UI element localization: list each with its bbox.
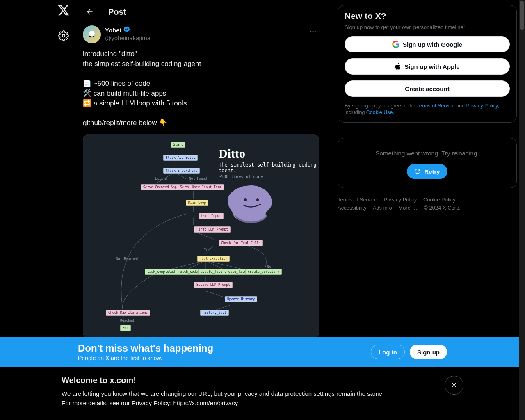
flow-node: task_completed bbox=[145, 269, 177, 275]
cookie-link[interactable]: Cookie Use. bbox=[366, 110, 394, 115]
flow-node: Start bbox=[171, 142, 185, 148]
flow-node: User Input bbox=[199, 213, 224, 219]
svg-point-1 bbox=[310, 31, 311, 32]
error-text: Something went wrong. Try reloading. bbox=[376, 150, 479, 157]
svg-point-0 bbox=[62, 34, 65, 37]
flow-node: Check index.html bbox=[163, 168, 200, 174]
divider bbox=[338, 130, 517, 130]
post-media[interactable]: Ditto The simplest self-building coding … bbox=[83, 134, 319, 339]
banner-title: Don't miss what's happening bbox=[78, 342, 213, 354]
signup-banner: Don't miss what's happening People on X … bbox=[0, 337, 525, 367]
footer-links: Terms of Service Privacy Policy Cookie P… bbox=[338, 196, 517, 212]
signup-title: New to X? bbox=[345, 11, 510, 21]
signup-blurb: Sign up now to get your own personalized… bbox=[345, 24, 510, 30]
media-subtitle: The simplest self-building coding agent. bbox=[219, 162, 319, 173]
footer-cookie[interactable]: Cookie Policy bbox=[423, 196, 456, 203]
login-button[interactable]: Log in bbox=[371, 345, 405, 359]
post-body: introducing "ditto" the simplest self-bu… bbox=[83, 49, 319, 128]
back-button[interactable] bbox=[83, 5, 97, 19]
create-account-button[interactable]: Create account bbox=[345, 80, 510, 97]
ditto-illustration bbox=[227, 181, 276, 226]
footer-tos[interactable]: Terms of Service bbox=[338, 196, 377, 203]
flow-node: Serve User Input Form bbox=[178, 184, 224, 190]
signup-button[interactable]: Sign up bbox=[410, 345, 447, 359]
x-logo-icon[interactable] bbox=[57, 4, 70, 18]
flow-node: history_dict bbox=[200, 310, 229, 316]
flow-node: create_directory bbox=[245, 269, 282, 275]
apple-icon bbox=[395, 63, 401, 70]
flow-node: Serve Created App bbox=[141, 184, 179, 190]
svg-point-5 bbox=[256, 198, 259, 201]
more-menu-button[interactable] bbox=[307, 25, 319, 39]
signup-apple-label: Sign up with Apple bbox=[404, 63, 459, 70]
svg-point-3 bbox=[315, 31, 316, 32]
reload-icon bbox=[414, 168, 421, 175]
post: Yohei @yoheinakajima introducing "ditto"… bbox=[76, 24, 326, 345]
banner-sub: People on X are the first to know. bbox=[78, 355, 213, 361]
retry-button[interactable]: Retry bbox=[407, 164, 447, 179]
handle[interactable]: @yoheinakajima bbox=[105, 34, 151, 41]
create-account-label: Create account bbox=[405, 85, 449, 92]
svg-point-2 bbox=[313, 31, 314, 32]
verified-badge-icon bbox=[123, 25, 130, 34]
media-title: Ditto bbox=[219, 146, 319, 160]
notice-line1: We are letting you know that we are chan… bbox=[62, 390, 384, 397]
flow-edge-label: Not Reached bbox=[116, 257, 138, 261]
error-card: Something went wrong. Try reloading. Ret… bbox=[338, 138, 517, 188]
flow-node: Flask App Setup bbox=[163, 155, 198, 161]
display-name[interactable]: Yohei bbox=[105, 27, 121, 34]
page-title: Post bbox=[108, 7, 126, 17]
flow-node: First LLM Prompt bbox=[194, 226, 231, 233]
media-subtitle2: ~500 lines of code bbox=[219, 174, 319, 179]
footer-privacy[interactable]: Privacy Policy bbox=[383, 196, 417, 203]
flow-node: create_file bbox=[222, 269, 249, 275]
privacy-link[interactable]: Privacy Policy bbox=[466, 103, 498, 109]
flow-node: update_file bbox=[198, 269, 225, 275]
svg-point-4 bbox=[244, 198, 247, 201]
flow-edge-label: Yes bbox=[204, 248, 210, 252]
flow-edge-label: Reached bbox=[120, 319, 134, 322]
flow-node: Check for Tool Calls bbox=[219, 240, 263, 246]
notice-title: Welcome to x.com! bbox=[62, 376, 384, 385]
signup-apple-button[interactable]: Sign up with Apple bbox=[345, 58, 510, 75]
signup-google-button[interactable]: Sign up with Google bbox=[345, 36, 510, 52]
flow-node: End bbox=[120, 325, 131, 331]
flow-node: fetch_code bbox=[176, 269, 200, 275]
footer-accessibility[interactable]: Accessibility bbox=[338, 205, 367, 211]
settings-icon[interactable] bbox=[58, 30, 69, 43]
flow-edge-label: Not Found bbox=[189, 177, 207, 180]
url-change-notice: Welcome to x.com! We are letting you kno… bbox=[0, 367, 525, 420]
signup-google-label: Sign up with Google bbox=[403, 41, 462, 48]
flow-node: Update History bbox=[225, 296, 257, 302]
tos-link[interactable]: Terms of Service bbox=[417, 103, 455, 109]
flow-node: Main Loop bbox=[186, 200, 208, 206]
privacy-url-link[interactable]: https://x.com/en/privacy bbox=[173, 399, 238, 406]
flow-node: Second LLM Prompt bbox=[194, 282, 233, 288]
footer-more[interactable]: More bbox=[398, 205, 417, 211]
signup-legal: By signing up, you agree to the Terms of… bbox=[345, 103, 510, 116]
close-notice-button[interactable] bbox=[445, 376, 463, 395]
footer-ads[interactable]: Ads info bbox=[373, 205, 392, 211]
notice-line2: For more details, see our Privacy Policy… bbox=[62, 399, 384, 406]
retry-label: Retry bbox=[424, 168, 440, 175]
signup-card: New to X? Sign up now to get your own pe… bbox=[338, 5, 517, 123]
avatar[interactable] bbox=[83, 25, 101, 43]
flow-node: Check Max Iterations bbox=[106, 310, 150, 316]
flow-node: Tool Execution bbox=[197, 256, 230, 262]
scrollbar[interactable] bbox=[519, 0, 525, 420]
google-icon bbox=[392, 41, 399, 48]
close-icon bbox=[450, 381, 458, 389]
flow-edge-label: Exists bbox=[155, 177, 167, 180]
scrollbar-thumb[interactable] bbox=[520, 1, 524, 30]
footer-corp: © 2024 X Corp. bbox=[424, 205, 461, 211]
